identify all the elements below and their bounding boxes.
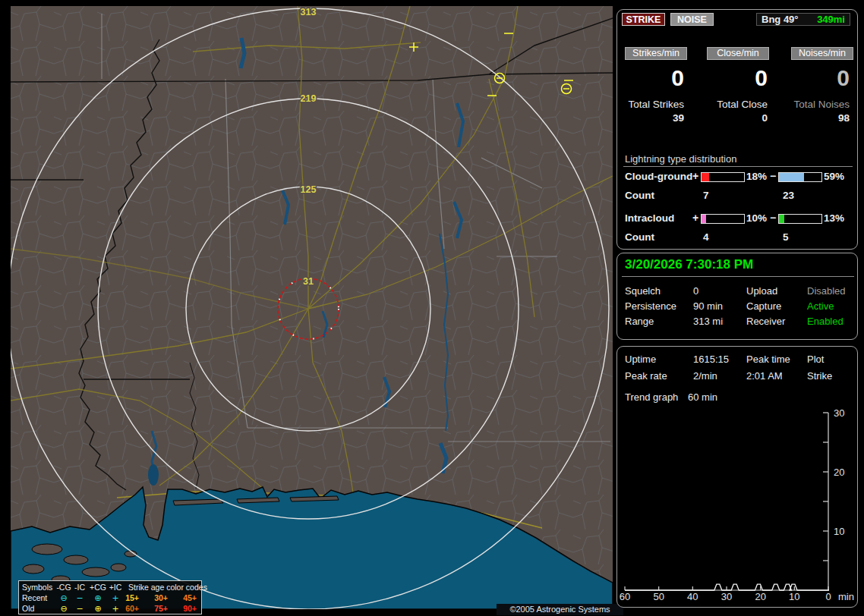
trend-x-tick-label: 40 xyxy=(687,591,698,602)
close-per-min-label: Close/min xyxy=(707,47,769,60)
legend-row-recent: Recent xyxy=(22,593,47,603)
divider xyxy=(622,276,854,277)
upload-status: Disabled xyxy=(807,285,846,297)
legend-age-title: Strike age color codes xyxy=(128,583,207,592)
total-noises-value: 98 xyxy=(783,112,850,124)
squelch-label: Squelch xyxy=(625,285,661,297)
trend-x-unit-label: min xyxy=(838,591,854,602)
recent-pos-cg-icon: ⊕ xyxy=(87,593,109,603)
ring-label-31: 31 xyxy=(303,276,314,287)
upload-label: Upload xyxy=(746,285,777,297)
range-value: 349mi xyxy=(817,14,845,25)
total-noises-label: Total Noises xyxy=(783,99,850,110)
close-rate-value: 0 xyxy=(701,66,768,90)
age-code-90: 90+ xyxy=(178,604,197,614)
age-code-30: 30+ xyxy=(150,593,168,603)
trend-graph: 6050403020100min102030 xyxy=(617,347,857,607)
minus-sign: − xyxy=(770,212,776,224)
cloud-ground-label: Cloud-ground xyxy=(625,171,692,182)
count-label: Count xyxy=(625,231,654,243)
capture-status: Active xyxy=(807,300,834,312)
ic-positive-pct: 10% xyxy=(746,212,767,224)
cg-negative-count: 23 xyxy=(783,190,794,201)
trend-x-tick-label: 30 xyxy=(721,591,732,602)
trend-x-tick-label: 0 xyxy=(825,591,831,602)
cg-positive-count: 7 xyxy=(703,190,709,201)
trend-x-tick-label: 20 xyxy=(755,591,765,602)
bearing-value: Bng 49° xyxy=(762,14,799,25)
strike-button[interactable]: STRIKE xyxy=(622,13,665,26)
trend-y-tick-label: 30 xyxy=(834,407,844,419)
age-code-45: 45+ xyxy=(178,593,197,603)
trend-y-tick-label: 20 xyxy=(834,467,844,478)
status-panel: 3/20/2026 7:30:18 PM Squelch 0 Upload Di… xyxy=(616,253,858,340)
mobile-delta xyxy=(148,464,159,486)
legend-symbols-title: Symbols xyxy=(22,583,52,592)
trend-x-tick-label: 60 xyxy=(620,591,630,602)
trend-x-tick-label: 50 xyxy=(653,591,664,602)
distribution-title: Lightning type distribution xyxy=(625,153,736,165)
age-code-75: 75+ xyxy=(150,604,168,614)
range-setting-label: Range xyxy=(625,316,654,327)
map-legend: Symbols -CG -IC +CG +IC Strike age color… xyxy=(18,580,202,614)
noises-rate-value: 0 xyxy=(783,66,850,90)
persistence-value: 90 min xyxy=(693,300,723,312)
receiver-status: Enabled xyxy=(807,316,844,327)
ic-negative-bar xyxy=(778,214,822,224)
strikes-per-min-label: Strikes/min xyxy=(625,47,687,60)
counter-panel: STRIKE NOISE Bng 49° 349mi Strikes/min C… xyxy=(616,9,858,250)
plus-sign: + xyxy=(692,212,698,224)
ring-label-125: 125 xyxy=(301,184,317,195)
cg-negative-pct: 59% xyxy=(824,171,844,182)
total-strikes-value: 39 xyxy=(617,112,684,124)
app-window: 313 219 125 31 Symbols -CG -IC +CG +IC S… xyxy=(0,0,864,616)
total-close-label: Total Close xyxy=(701,99,768,110)
total-strikes-label: Total Strikes xyxy=(617,99,684,110)
range-setting-value: 313 mi xyxy=(693,316,723,327)
ic-positive-bar xyxy=(701,214,745,224)
minus-sign: − xyxy=(770,170,776,182)
legend-header-pos-ic: +IC xyxy=(104,583,127,592)
old-pos-cg-icon: ⊕ xyxy=(87,604,109,614)
ic-negative-count: 5 xyxy=(783,231,789,243)
age-code-60: 60+ xyxy=(121,604,139,614)
noise-button[interactable]: NOISE xyxy=(670,13,714,26)
trend-y-tick-label: 10 xyxy=(834,526,844,537)
intracloud-label: Intracloud xyxy=(625,212,674,224)
persistence-label: Persistence xyxy=(625,300,676,312)
bearing-range-readout: Bng 49° 349mi xyxy=(756,13,850,26)
age-code-15: 15+ xyxy=(121,593,139,603)
plus-sign: + xyxy=(692,170,698,182)
ring-label-313: 313 xyxy=(301,7,317,17)
receiver-label: Receiver xyxy=(746,316,785,327)
cg-positive-bar xyxy=(701,172,745,182)
datetime-display: 3/20/2026 7:30:18 PM xyxy=(625,257,753,272)
trend-panel: Uptime 1615:15 Peak time Plot Peak rate … xyxy=(616,346,858,608)
total-close-value: 0 xyxy=(701,112,768,124)
strikes-rate-value: 0 xyxy=(617,66,684,90)
ring-label-219: 219 xyxy=(301,93,317,104)
trend-x-tick-label: 10 xyxy=(789,591,799,602)
count-label: Count xyxy=(625,190,654,201)
noises-per-min-label: Noises/min xyxy=(791,47,853,60)
cg-negative-bar xyxy=(778,172,822,182)
ic-positive-count: 4 xyxy=(703,231,709,243)
lightning-map[interactable]: 313 219 125 31 Symbols -CG -IC +CG +IC S… xyxy=(11,6,613,609)
map-canvas: 313 219 125 31 xyxy=(11,6,613,609)
ic-negative-pct: 13% xyxy=(824,212,844,224)
legend-row-old: Old xyxy=(22,604,34,614)
squelch-value: 0 xyxy=(693,285,698,297)
copyright-bar: ©2005 Astrogenic Systems xyxy=(497,604,623,615)
divider xyxy=(623,166,853,167)
cg-positive-pct: 18% xyxy=(746,171,767,182)
capture-label: Capture xyxy=(746,300,781,312)
